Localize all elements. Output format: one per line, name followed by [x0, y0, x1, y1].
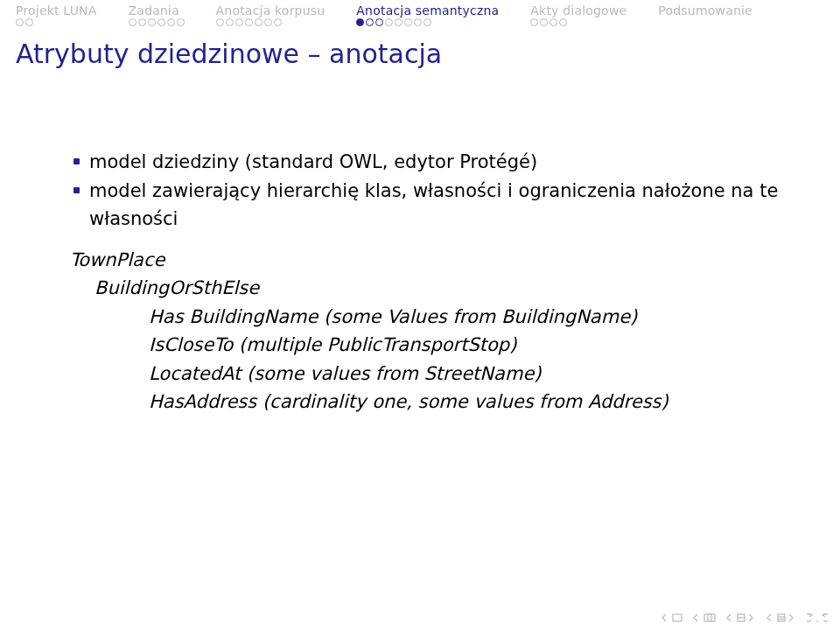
- nav-prev-subsection-icon[interactable]: [726, 613, 756, 622]
- def-line: LocatedAt (some values from StreetName): [70, 360, 788, 388]
- progress-dot: [366, 18, 374, 26]
- progress-dot: [424, 18, 431, 26]
- progress-dot: [255, 18, 262, 26]
- nav-label: Projekt LUNA: [16, 4, 97, 18]
- nav-section[interactable]: Projekt LUNA: [0, 4, 113, 32]
- progress-dot: [375, 18, 383, 26]
- svg-rect-0: [673, 614, 682, 621]
- progress-dot: [226, 18, 234, 26]
- def-line: Has BuildingName (some Values from Build…: [70, 303, 788, 332]
- nav-section[interactable]: Akty dialogowe: [514, 4, 642, 32]
- nav-first-icon[interactable]: [662, 613, 682, 622]
- progress-dot: [559, 18, 567, 26]
- progress-dot: [177, 18, 185, 26]
- progress-dot-current: [356, 18, 364, 26]
- progress-dot: [550, 18, 557, 26]
- progress-dot: [235, 18, 243, 26]
- beamer-nav: [662, 612, 828, 623]
- nav-section[interactable]: Anotacja korpusu: [200, 4, 341, 32]
- nav-dots: [216, 18, 326, 26]
- nav-section[interactable]: Podsumowanie: [642, 4, 768, 32]
- nav-label: Anotacja semantyczna: [356, 4, 499, 18]
- nav-prev-section-icon[interactable]: [693, 613, 716, 622]
- nav-dots: [129, 18, 185, 26]
- def-line: TownPlace: [70, 246, 788, 275]
- nav-label: Podsumowanie: [658, 4, 752, 18]
- svg-point-8: [816, 620, 818, 622]
- progress-dot: [158, 18, 165, 26]
- def-line: BuildingOrSthElse: [70, 274, 788, 303]
- def-line: IsCloseTo (multiple PublicTransportStop): [70, 331, 788, 360]
- section-nav: Projekt LUNA Zadania Anotacja korpusu: [0, 0, 840, 32]
- slide-body: model dziedziny (standard OWL, edytor Pr…: [0, 69, 840, 416]
- progress-dot: [245, 18, 253, 26]
- nav-dots: [16, 18, 97, 26]
- progress-dot: [167, 18, 175, 26]
- progress-dot: [138, 18, 146, 26]
- progress-dot: [129, 18, 136, 26]
- nav-dots: [530, 18, 626, 26]
- nav-label: Akty dialogowe: [530, 4, 626, 18]
- progress-dot: [385, 18, 393, 26]
- nav-label: Anotacja korpusu: [216, 4, 326, 18]
- frame-title: Atrybuty dziedzinowe – anotacja: [0, 32, 840, 69]
- progress-dot: [16, 18, 24, 26]
- bullet-item: model dziedziny (standard OWL, edytor Pr…: [70, 148, 788, 177]
- progress-dot: [216, 18, 224, 26]
- nav-label: Zadania: [129, 4, 185, 18]
- bullet-item: model zawierający hierarchię klas, własn…: [70, 177, 788, 234]
- nav-section[interactable]: Zadania: [113, 4, 200, 32]
- nav-dots: [356, 18, 499, 26]
- progress-dot: [530, 18, 538, 26]
- definition-block: TownPlace BuildingOrSthElse Has Building…: [70, 246, 788, 416]
- nav-prev-slide-icon[interactable]: [766, 613, 796, 622]
- nav-back-forward-icon[interactable]: [807, 612, 828, 623]
- progress-dot: [395, 18, 402, 26]
- progress-dot: [148, 18, 156, 26]
- progress-dot: [540, 18, 548, 26]
- svg-rect-5: [778, 614, 785, 621]
- nav-section[interactable]: Anotacja semantyczna: [340, 4, 514, 32]
- def-line: HasAddress (cardinality one, some values…: [70, 388, 788, 416]
- progress-dot: [25, 18, 33, 26]
- progress-dot: [274, 18, 282, 26]
- progress-dot: [414, 18, 422, 26]
- bullet-list: model dziedziny (standard OWL, edytor Pr…: [70, 148, 788, 234]
- progress-dot: [404, 18, 412, 26]
- progress-dot: [264, 18, 272, 26]
